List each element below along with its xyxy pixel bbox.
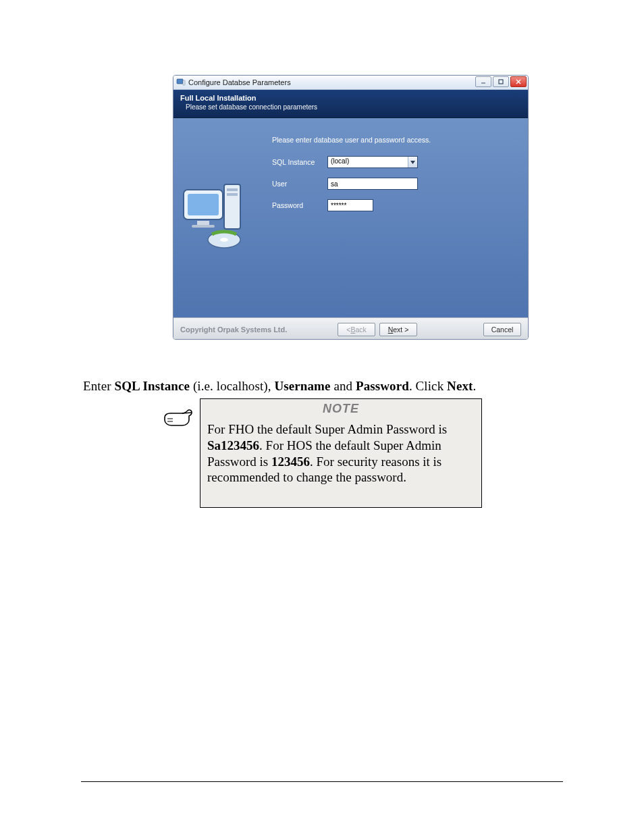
close-button[interactable] xyxy=(510,76,527,87)
minimize-button[interactable] xyxy=(475,76,491,87)
wizard-header: Full Local Installation Please set datab… xyxy=(173,90,528,118)
svg-rect-12 xyxy=(227,193,238,196)
label-password: Password xyxy=(272,201,327,209)
svg-point-14 xyxy=(220,238,228,242)
svg-rect-8 xyxy=(197,221,209,225)
sql-instance-value: (local) xyxy=(328,157,408,167)
svg-rect-0 xyxy=(177,79,183,84)
password-input[interactable] xyxy=(327,199,373,211)
titlebar: Configure Databse Parameters xyxy=(173,76,528,90)
row-sql-instance: SQL Instance (local) xyxy=(272,156,516,168)
svg-rect-3 xyxy=(499,80,503,84)
form-instruction: Please enter database user and password … xyxy=(272,136,516,144)
svg-rect-11 xyxy=(227,188,238,191)
window-title: Configure Databse Parameters xyxy=(188,78,291,86)
next-button[interactable]: Next > xyxy=(379,323,417,336)
instruction-text: Enter SQL Instance (i.e. localhost), Use… xyxy=(83,379,562,394)
window-controls xyxy=(475,76,527,87)
sql-instance-combobox[interactable]: (local) xyxy=(327,156,418,168)
svg-marker-15 xyxy=(410,161,415,164)
cancel-button[interactable]: Cancel xyxy=(483,323,521,336)
wizard-subheading: Please set database connection parameter… xyxy=(180,103,521,111)
footer-divider xyxy=(81,781,563,782)
row-password: Password xyxy=(272,199,516,211)
user-input[interactable] xyxy=(327,178,418,190)
pointing-hand-icon xyxy=(162,402,194,429)
label-user: User xyxy=(272,180,327,188)
wizard-heading: Full Local Installation xyxy=(180,94,521,102)
maximize-button[interactable] xyxy=(493,76,509,87)
app-icon xyxy=(176,78,186,87)
wizard-content: Please enter database user and password … xyxy=(173,118,528,317)
svg-rect-7 xyxy=(188,194,219,215)
illustration xyxy=(173,118,260,317)
note-box: NOTE For FHO the default Super Admin Pas… xyxy=(200,398,482,508)
note-section: NOTE For FHO the default Super Admin Pas… xyxy=(162,398,486,508)
note-body: For FHO the default Super Admin Password… xyxy=(207,421,475,486)
installer-window: Configure Databse Parameters Full Local … xyxy=(173,75,529,340)
svg-rect-9 xyxy=(192,225,215,228)
svg-rect-1 xyxy=(183,80,185,85)
wizard-footer: Copyright Orpak Systems Ltd. < Back Next… xyxy=(173,317,528,340)
back-button[interactable]: < Back xyxy=(338,323,375,336)
copyright-text: Copyright Orpak Systems Ltd. xyxy=(180,325,287,334)
row-user: User xyxy=(272,178,516,190)
label-sql-instance: SQL Instance xyxy=(272,158,327,166)
note-title: NOTE xyxy=(207,402,475,416)
chevron-down-icon[interactable] xyxy=(408,157,417,167)
form-pane: Please enter database user and password … xyxy=(260,118,528,317)
